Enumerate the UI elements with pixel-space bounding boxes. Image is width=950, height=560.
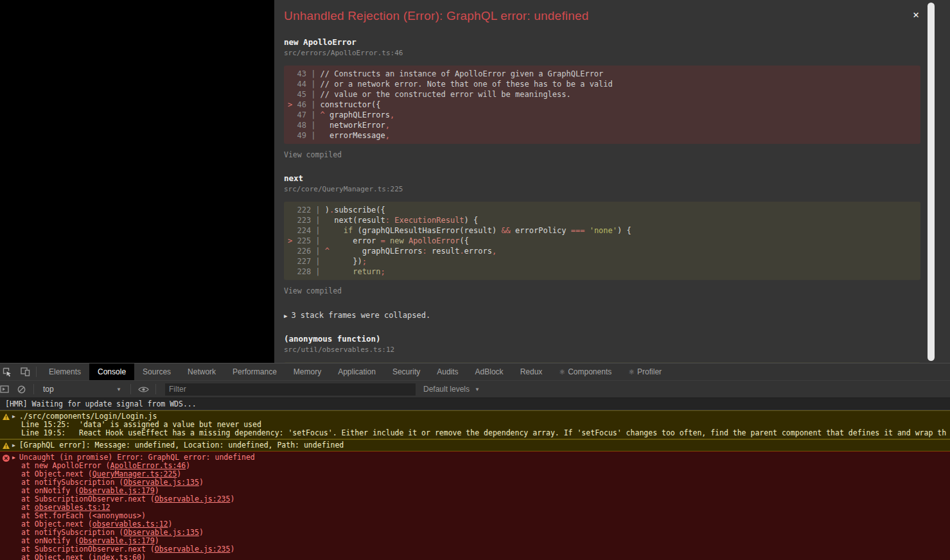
- view-compiled-link[interactable]: View compiled: [284, 150, 920, 159]
- tab-components[interactable]: ⚛Components: [550, 363, 620, 380]
- stack-frame-link[interactable]: Observable.js:179: [79, 486, 155, 495]
- collapsed-stack-frames-toggle[interactable]: ▶3 stack frames were collapsed.: [284, 311, 920, 320]
- error-icon: [3, 454, 11, 461]
- line-number: 223: [292, 215, 311, 225]
- console-message-info: [HMR] Waiting for update signal from WDS…: [0, 398, 950, 410]
- code-token: ,: [385, 131, 390, 140]
- code-token: ,: [492, 247, 497, 256]
- stack-frame-text: ): [155, 486, 159, 495]
- console-message-detail: Line 15:25: 'data' is assigned a value b…: [21, 421, 946, 429]
- line-number: 44: [292, 79, 306, 89]
- line-marker: [288, 216, 292, 225]
- gutter-separator: |: [311, 236, 325, 245]
- stack-frame-link[interactable]: Observable.js:179: [79, 536, 155, 545]
- code-token: ^: [325, 247, 330, 256]
- stack-frame-link[interactable]: QueryManager.ts:225: [92, 469, 177, 478]
- inspect-element-icon[interactable]: [1, 363, 13, 380]
- stack-frame-link[interactable]: observables.ts:12: [35, 503, 110, 512]
- gutter-separator: |: [306, 90, 321, 99]
- line-marker: [288, 247, 292, 256]
- code-line: 222 | ).subscribe({: [288, 205, 920, 215]
- code-token: if: [344, 226, 353, 235]
- divider: [33, 384, 34, 394]
- tab-label: Profiler: [637, 367, 662, 376]
- tab-label: Components: [568, 367, 611, 376]
- stack-frame-link[interactable]: Observable.js:135: [123, 528, 199, 537]
- stack-frame-link[interactable]: ApolloError.ts:46: [110, 461, 186, 470]
- device-toolbar-icon[interactable]: [19, 363, 31, 380]
- stack-frame-link[interactable]: Observable.js:235: [155, 545, 231, 554]
- execution-context-selector[interactable]: top ▼: [38, 385, 127, 394]
- stack-frame-text: ): [141, 553, 146, 560]
- devtools-tabbar: ElementsConsoleSourcesNetworkPerformance…: [0, 363, 950, 381]
- tab-adblock[interactable]: AdBlock: [467, 363, 512, 380]
- line-number: 49: [292, 130, 306, 141]
- tab-redux[interactable]: Redux: [512, 363, 551, 380]
- code-line: 228 | return;: [288, 267, 920, 277]
- code-token: // or a network error. Note that one of …: [321, 80, 613, 89]
- tab-console[interactable]: Console: [89, 363, 134, 380]
- stack-frame-text: ): [186, 461, 190, 470]
- tab-security[interactable]: Security: [384, 363, 428, 380]
- console-message-text: [HMR] Waiting for update signal from WDS…: [5, 399, 197, 408]
- code-line: 44 | // or a network error. Note that on…: [288, 79, 920, 89]
- stack-frame-link[interactable]: observables.ts:12: [92, 520, 168, 529]
- stack-frame-link[interactable]: Observable.js:135: [123, 478, 199, 487]
- code-line: 48 | networkError,: [288, 120, 920, 130]
- stack-frame-text: at new ApolloError (: [21, 461, 110, 470]
- log-levels-dropdown[interactable]: Default levels ▼: [423, 385, 480, 394]
- code-token: ,: [385, 121, 390, 130]
- line-number: 43: [292, 69, 306, 79]
- clear-console-icon[interactable]: [13, 381, 30, 398]
- line-number: 224: [292, 225, 311, 236]
- stack-frame-text: ): [177, 469, 181, 478]
- log-levels-value: Default levels: [423, 385, 470, 394]
- page-scrollbar[interactable]: [928, 3, 935, 361]
- code-token: }): [325, 257, 362, 266]
- tab-profiler[interactable]: ⚛Profiler: [620, 363, 670, 380]
- expand-icon[interactable]: ▶: [12, 441, 15, 450]
- warning-icon: [3, 442, 11, 449]
- gutter-separator: |: [311, 257, 325, 266]
- tab-elements[interactable]: Elements: [40, 363, 89, 380]
- tab-label: Sources: [143, 367, 171, 376]
- stack-frame-text: ): [168, 520, 172, 529]
- code-token: error: [325, 236, 381, 245]
- expand-icon[interactable]: ▶: [12, 453, 15, 462]
- tab-network[interactable]: Network: [179, 363, 224, 380]
- expand-icon[interactable]: ▶: [12, 412, 15, 421]
- console-message-summary-line: ▶[GraphQL error]: Message: undefined, Lo…: [5, 441, 946, 450]
- warning-icon: [3, 413, 11, 420]
- filter-input[interactable]: [165, 383, 416, 396]
- tab-audits[interactable]: Audits: [428, 363, 466, 380]
- devtools-panel: ElementsConsoleSourcesNetworkPerformance…: [0, 363, 950, 560]
- line-marker: [288, 267, 292, 276]
- line-number: 46: [292, 100, 306, 110]
- tab-memory[interactable]: Memory: [285, 363, 330, 380]
- console-sidebar-icon[interactable]: [0, 381, 13, 398]
- stack-frame: at observables.ts:12: [21, 503, 946, 512]
- eye-icon[interactable]: [135, 381, 152, 398]
- stack-frame-name: (anonymous function): [284, 334, 920, 344]
- tab-application[interactable]: Application: [330, 363, 384, 380]
- stack-frame-link[interactable]: Observable.js:235: [155, 494, 231, 503]
- code-line: 224 | if (graphQLResultHasError(result) …: [288, 225, 920, 236]
- gutter-separator: |: [306, 131, 321, 140]
- stack-frame-text: at Object.next (: [21, 469, 92, 478]
- code-line: 47 | ^ graphQLErrors,: [288, 110, 920, 120]
- code-token: errors: [464, 247, 492, 256]
- stack-frame-text: ): [230, 545, 234, 554]
- code-token: [325, 226, 344, 235]
- view-compiled-link[interactable]: View compiled: [284, 286, 920, 295]
- stack-frame-link[interactable]: index.ts:60: [92, 553, 141, 560]
- line-marker: [288, 110, 292, 119]
- stack-trace: at new ApolloError (ApolloError.ts:46)at…: [21, 462, 946, 560]
- tab-performance[interactable]: Performance: [224, 363, 285, 380]
- code-token: =: [381, 236, 385, 245]
- stack-frame-text: at: [21, 503, 35, 512]
- stack-frame-text: ): [155, 536, 159, 545]
- code-token: (graphQLResultHasError(result): [353, 226, 501, 235]
- close-icon[interactable]: ✕: [913, 8, 919, 21]
- tab-label: Elements: [49, 367, 81, 376]
- tab-sources[interactable]: Sources: [134, 363, 179, 380]
